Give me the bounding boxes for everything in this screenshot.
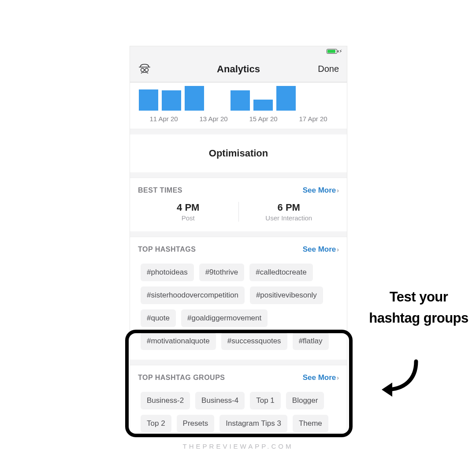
hashtag-chip[interactable]: #positivevibesonly — [250, 286, 323, 304]
hashtag-group-chip[interactable]: Business-4 — [195, 392, 245, 409]
best-time-interaction: 6 PM User Interaction — [238, 202, 339, 222]
best-times-title: BEST TIMES — [138, 186, 182, 194]
top-hashtags-see-more[interactable]: See More › — [303, 245, 339, 254]
hashtag-chip[interactable]: #successquotes — [221, 332, 287, 350]
best-times-see-more[interactable]: See More › — [303, 186, 339, 195]
chart-bar — [253, 100, 273, 111]
top-hashtags-title: TOP HASHTAGS — [138, 245, 196, 253]
hashtag-chip[interactable]: #calledtocreate — [249, 264, 312, 281]
hashtag-chip[interactable]: #sisterhoodovercompetition — [141, 286, 245, 304]
optimisation-heading: Optimisation — [130, 129, 347, 178]
hashtag-chip[interactable]: #photoideas — [141, 264, 194, 281]
watermark: THEPREVIEWAPP.COM — [0, 443, 476, 450]
analytics-chart: 11 Apr 20 13 Apr 20 15 Apr 20 17 Apr 20 — [130, 82, 347, 129]
hashtag-group-chip[interactable]: Instagram Tips 3 — [219, 415, 287, 432]
chevron-right-icon: › — [337, 374, 339, 381]
top-hashtags-card: TOP HASHTAGS See More › #photoideas#9tot… — [130, 237, 347, 365]
chevron-right-icon: › — [337, 187, 339, 194]
best-times-card: BEST TIMES See More › 4 PM Post 6 PM Use… — [130, 178, 347, 237]
x-tick: 13 Apr 20 — [189, 115, 238, 123]
x-tick: 11 Apr 20 — [139, 115, 189, 123]
analytics-spy-icon[interactable] — [138, 61, 151, 78]
top-groups-see-more[interactable]: See More › — [303, 373, 339, 382]
hashtag-chip[interactable]: #goaldiggermovement — [181, 309, 268, 327]
hashtag-chip[interactable]: #9tothrive — [199, 264, 245, 281]
hashtag-group-chip[interactable]: Business-2 — [141, 392, 190, 409]
charging-icon: ⚡︎ — [339, 48, 342, 54]
chart-bar — [139, 89, 158, 111]
hashtag-chip[interactable]: #quote — [141, 309, 176, 327]
best-time-post: 4 PM Post — [138, 202, 238, 222]
x-tick: 15 Apr 20 — [238, 115, 288, 123]
page-title: Analytics — [217, 63, 260, 75]
hashtag-chip[interactable]: #flatlay — [293, 332, 329, 350]
hashtag-group-chip[interactable]: Top 1 — [250, 392, 281, 409]
top-groups-title: TOP HASHTAG GROUPS — [138, 374, 225, 382]
done-button[interactable]: Done — [318, 64, 339, 74]
hashtag-group-chip[interactable]: Top 2 — [141, 415, 171, 432]
hashtag-group-chip[interactable]: Presets — [177, 415, 215, 432]
chart-bar — [276, 86, 296, 111]
top-hashtag-groups-card: TOP HASHTAG GROUPS See More › Business-2… — [130, 365, 347, 435]
battery-icon — [327, 49, 337, 54]
annotation-callout: Test your hashtag groups — [367, 286, 471, 329]
status-bar: ⚡︎ — [130, 46, 347, 56]
svg-point-0 — [141, 68, 145, 72]
hashtag-group-chip[interactable]: Blogger — [286, 392, 324, 409]
nav-bar: Analytics Done — [130, 56, 347, 82]
chart-bar — [162, 90, 181, 111]
annotation-arrow-icon — [377, 358, 421, 398]
chart-bar — [231, 90, 250, 111]
chart-bar — [185, 86, 204, 111]
hashtag-group-chip[interactable]: Theme — [293, 415, 328, 432]
hashtag-chip[interactable]: #motivationalquote — [141, 332, 216, 350]
svg-point-1 — [145, 68, 149, 72]
x-tick: 17 Apr 20 — [288, 115, 338, 123]
phone-frame: ⚡︎ Analytics Done 11 Apr 20 13 Apr 20 15… — [130, 46, 347, 435]
chevron-right-icon: › — [337, 246, 339, 253]
